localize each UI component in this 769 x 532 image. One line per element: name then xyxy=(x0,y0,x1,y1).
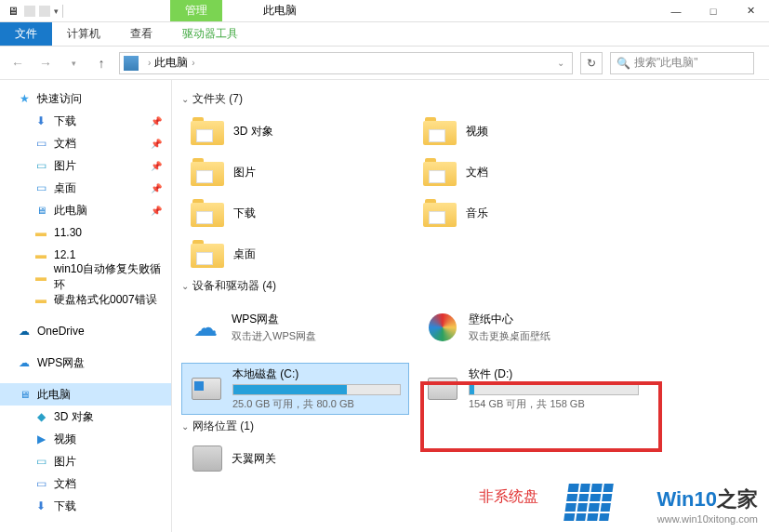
folder-item[interactable]: 音乐 xyxy=(414,193,646,233)
minimize-button[interactable]: — xyxy=(657,0,695,22)
qat-dropdown-icon[interactable]: ▾ xyxy=(54,7,59,16)
close-button[interactable]: ✕ xyxy=(732,0,769,22)
folder-icon xyxy=(191,240,224,268)
sidebar-item[interactable]: 桌面📌 xyxy=(0,177,171,199)
sidebar-item[interactable]: 硬盘格式化0007错误 xyxy=(0,288,171,311)
drive-subtitle: 25.0 GB 可用，共 80.0 GB xyxy=(232,397,401,411)
qat-item-icon[interactable] xyxy=(39,6,50,17)
capacity-bar xyxy=(232,384,401,395)
sidebar-item[interactable]: 图片📌 xyxy=(0,154,171,177)
sidebar-item[interactable]: 文档📌 xyxy=(0,132,171,154)
sidebar-item-label: 桌面 xyxy=(54,180,76,196)
folder-label: 文档 xyxy=(466,165,488,180)
item-icon xyxy=(33,158,48,173)
sidebar-item-label: 此电脑 xyxy=(54,203,87,219)
tab-drive-tools[interactable]: 驱动器工具 xyxy=(167,22,253,46)
up-button[interactable]: ↑ xyxy=(91,53,112,73)
pin-icon: 📌 xyxy=(151,139,162,149)
tab-computer[interactable]: 计算机 xyxy=(52,22,115,46)
drive-subtitle: 双击更换桌面壁纸 xyxy=(469,329,639,343)
forward-button[interactable]: → xyxy=(35,53,56,73)
item-icon xyxy=(33,203,48,218)
separator xyxy=(62,5,63,18)
sidebar-item-label: OneDrive xyxy=(37,325,85,338)
capacity-bar xyxy=(469,384,639,395)
sidebar-item[interactable]: 11.30 xyxy=(0,221,171,244)
sidebar-item[interactable]: 下载📌 xyxy=(0,110,171,132)
sidebar-item-label: 硬盘格式化0007错误 xyxy=(54,292,157,308)
item-icon xyxy=(33,409,48,424)
folder-item[interactable]: 视频 xyxy=(414,111,646,152)
back-button[interactable]: ← xyxy=(7,53,28,73)
item-icon xyxy=(33,247,48,262)
drive-subtitle: 154 GB 可用，共 158 GB xyxy=(469,397,639,411)
folder-item[interactable]: 图片 xyxy=(181,152,414,193)
sidebar-item-label: win10自动修复失败循环 xyxy=(54,261,171,293)
drive-wps[interactable]: ☁ WPS网盘 双击进入WPS网盘 xyxy=(181,301,409,353)
sidebar-item-quick-access[interactable]: 快速访问 xyxy=(0,87,171,110)
search-placeholder: 搜索"此电脑" xyxy=(634,55,698,71)
sidebar-item[interactable]: 下载 xyxy=(0,495,171,517)
drive-c[interactable]: 本地磁盘 (C:) 25.0 GB 可用，共 80.0 GB xyxy=(181,363,409,415)
onedrive-icon xyxy=(17,324,32,339)
sidebar-item[interactable]: 3D 对象 xyxy=(0,406,171,428)
navigation-pane: 快速访问 下载📌文档📌图片📌桌面📌此电脑📌11.3012.1win10自动修复失… xyxy=(0,80,172,532)
address-bar[interactable]: › 此电脑 › ⌄ xyxy=(119,52,573,74)
breadcrumb-item[interactable]: 此电脑 xyxy=(154,55,188,71)
chevron-down-icon: ⌄ xyxy=(181,94,189,104)
folder-icon xyxy=(423,158,457,186)
folder-item[interactable]: 文档 xyxy=(414,152,646,193)
pin-icon: 📌 xyxy=(151,183,162,193)
item-icon xyxy=(33,113,48,128)
folder-label: 音乐 xyxy=(466,206,488,221)
item-icon xyxy=(33,454,48,469)
drive-subtitle: 双击进入WPS网盘 xyxy=(232,329,402,343)
sidebar-item-label: 3D 对象 xyxy=(54,409,94,425)
quick-access-toolbar: 🖥 ▾ xyxy=(0,4,63,19)
address-dropdown-icon[interactable]: ⌄ xyxy=(553,58,568,68)
folder-icon xyxy=(423,117,457,145)
pin-icon: 📌 xyxy=(151,161,162,171)
ribbon-context-tab[interactable]: 管理 xyxy=(170,0,222,21)
chevron-down-icon: ⌄ xyxy=(181,281,189,291)
pc-icon: 🖥 xyxy=(6,4,20,19)
sidebar-item-this-pc[interactable]: 此电脑 xyxy=(0,383,171,406)
chevron-right-icon[interactable]: › xyxy=(148,58,151,68)
sidebar-item-label: 图片 xyxy=(54,454,76,470)
sidebar-item[interactable]: 此电脑📌 xyxy=(0,199,171,221)
section-header-network[interactable]: ⌄ 网络位置 (1) xyxy=(181,415,760,438)
sidebar-item[interactable]: 文档 xyxy=(0,472,171,495)
item-icon xyxy=(33,499,48,513)
sidebar-item[interactable]: 视频 xyxy=(0,428,171,450)
network-item[interactable]: 天翼网关 xyxy=(181,438,760,479)
refresh-button[interactable]: ↻ xyxy=(580,52,603,74)
section-header-folders[interactable]: ⌄ 文件夹 (7) xyxy=(181,87,760,111)
tab-view[interactable]: 查看 xyxy=(115,22,167,46)
drive-title: 本地磁盘 (C:) xyxy=(232,366,401,382)
pin-icon: 📌 xyxy=(151,206,162,216)
folder-item[interactable]: 桌面 xyxy=(181,233,414,274)
history-dropdown-icon[interactable]: ▾ xyxy=(63,53,84,73)
titlebar: 🖥 ▾ 管理 此电脑 — □ ✕ xyxy=(0,0,769,22)
router-icon xyxy=(192,446,222,472)
chevron-right-icon[interactable]: › xyxy=(192,58,194,68)
maximize-button[interactable]: □ xyxy=(695,0,732,22)
sidebar-item-wps[interactable]: WPS网盘 xyxy=(0,352,171,374)
annotation-text: 非系统盘 xyxy=(479,487,538,507)
sidebar-item[interactable]: win10自动修复失败循环 xyxy=(0,266,171,288)
qat-item-icon[interactable] xyxy=(24,6,35,17)
section-title: 网络位置 (1) xyxy=(192,419,254,434)
sidebar-item[interactable]: 图片 xyxy=(0,450,171,472)
drive-wallpaper[interactable]: 壁纸中心 双击更换桌面壁纸 xyxy=(418,301,646,353)
watermark-url: www.win10xitong.com xyxy=(656,513,758,525)
sidebar-item-label: 此电脑 xyxy=(37,387,71,403)
drive-d[interactable]: 软件 (D:) 154 GB 可用，共 158 GB xyxy=(418,363,646,415)
sidebar-item-label: 文档 xyxy=(54,136,76,152)
tab-file[interactable]: 文件 xyxy=(0,22,52,46)
search-input[interactable]: 🔍 搜索"此电脑" xyxy=(610,52,754,74)
sidebar-item-onedrive[interactable]: OneDrive xyxy=(0,320,171,342)
section-header-drives[interactable]: ⌄ 设备和驱动器 (4) xyxy=(181,274,760,298)
folder-item[interactable]: 下载 xyxy=(181,193,414,233)
item-icon xyxy=(33,225,48,240)
folder-item[interactable]: 3D 对象 xyxy=(181,111,414,152)
